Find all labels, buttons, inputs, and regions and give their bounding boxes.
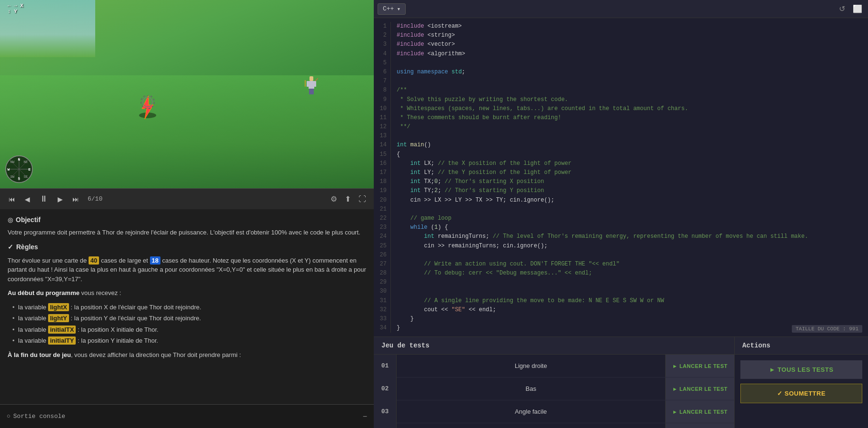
var-initialtx: initialTX — [48, 326, 76, 334]
share-icon[interactable]: ⬆ — [343, 193, 353, 205]
test-num-03: 03 — [374, 400, 397, 423]
end-turn-bold: À la fin du tour de jeu — [8, 351, 71, 358]
highlight-18: 18 — [150, 256, 160, 265]
svg-rect-6 — [307, 81, 309, 87]
language-label: C++ — [383, 5, 394, 12]
language-selector[interactable]: C++ ▾ — [378, 3, 406, 15]
maximize-button[interactable]: ⬜ — [851, 2, 864, 15]
test-name-01: Ligne droite — [397, 362, 665, 369]
objective-text: Votre programme doit permettre à Thor de… — [8, 228, 366, 237]
launch-test-01-button[interactable]: ► LANCER LE TEST — [665, 355, 734, 377]
svg-rect-4 — [309, 76, 313, 81]
submit-label: ✓ SOUMETTRE — [777, 390, 826, 397]
rules-section-title: ✓ Règles — [8, 242, 366, 252]
thor-character — [305, 76, 318, 95]
console-area: ○ Sortie console − — [0, 404, 374, 428]
skip-to-end-button[interactable]: ⏭ — [70, 194, 82, 205]
svg-text:N: N — [18, 157, 20, 162]
list-item-initiatty: la variable initialTY : la position Y in… — [12, 336, 366, 346]
list-item-lightx: la variable lightX : la position X de l'… — [12, 303, 366, 312]
test-num-02: 02 — [374, 377, 397, 400]
variables-list: la variable lightX : la position X de l'… — [8, 303, 366, 346]
test-row-02: 02 Bas ► LANCER LE TEST — [374, 377, 734, 400]
left-panel: N S W E NW NE SW SE ← → X ↕ Y ⏮ ◀ ⏸ ▶ ⏭ — [0, 0, 374, 428]
actions-content: ► TOUS LES TESTS ✓ SOUMETTRE — [735, 355, 868, 409]
frame-counter: 6/10 — [88, 195, 102, 203]
rules-text2: cases de large et — [99, 257, 150, 264]
svg-text:SW: SW — [10, 175, 15, 179]
right-panel: C++ ▾ ↺ ⬜ 12345 678910 1112131415 161718… — [374, 0, 868, 428]
highlight-40: 40 — [89, 256, 99, 265]
actions-header: Actions — [735, 337, 868, 355]
objective-title: Objectif — [16, 215, 40, 225]
console-icon: ○ — [7, 413, 10, 420]
svg-text:NE: NE — [24, 160, 28, 164]
test-row-03: 03 Angle facile ► LANCER LE TEST — [374, 400, 734, 423]
console-label: Sortie console — [13, 413, 65, 420]
run-all-tests-button[interactable]: ► TOUS LES TESTS — [740, 360, 862, 379]
svg-rect-5 — [309, 81, 314, 89]
test-name-03: Angle facile — [397, 408, 665, 415]
list-item-initialtx: la variable initialTX : la position X in… — [12, 325, 366, 335]
rules-chevron-icon: ✓ — [8, 242, 13, 252]
launch-test-04-button[interactable]: ► LANCER LE TEST — [665, 423, 734, 428]
test-num-04: 04 — [374, 423, 397, 428]
code-content-area[interactable]: 12345 678910 1112131415 1617181920 21222… — [374, 18, 868, 336]
lang-dropdown-icon: ▾ — [397, 5, 400, 13]
rules-beginning: Au début du programme vous recevez : — [8, 288, 366, 298]
var-lighty: lightY — [48, 314, 69, 322]
code-lines[interactable]: #include <iostream> #include <string> #i… — [391, 22, 868, 333]
game-viewport: N S W E NW NE SW SE ← → X ↕ Y — [0, 0, 374, 188]
launch-test-03-button[interactable]: ► LANCER LE TEST — [665, 400, 734, 423]
line-numbers: 12345 678910 1112131415 1617181920 21222… — [374, 22, 391, 333]
svg-text:W: W — [8, 167, 10, 172]
svg-text:E: E — [29, 167, 31, 172]
var-lightx: lightX — [48, 303, 69, 311]
svg-line-10 — [315, 78, 318, 81]
compass-icon: N S W E NW NE SW SE — [5, 155, 33, 183]
lightning-bolt-icon — [138, 95, 157, 119]
svg-rect-8 — [309, 89, 311, 94]
bold-text-beginning: Au début du programme — [8, 289, 80, 296]
settings-icon[interactable]: ⚙ — [329, 193, 339, 205]
test-row-01: 01 Ligne droite ► LANCER LE TEST — [374, 355, 734, 377]
test-row-04: 04 Angle optimal ► LANCER LE TEST — [374, 423, 734, 428]
code-size-badge: TAILLE DU CODE : 991 — [792, 325, 862, 333]
test-panel: Jeu de tests 01 Ligne droite ► LANCER LE… — [374, 337, 735, 428]
svg-text:SE: SE — [24, 175, 28, 179]
step-back-button[interactable]: ◀ — [22, 194, 33, 205]
objective-section: ◎ Objectif — [8, 215, 366, 225]
refresh-button[interactable]: ↺ — [837, 2, 847, 15]
svg-rect-7 — [314, 81, 316, 87]
run-all-label: ► TOUS LES TESTS — [769, 366, 834, 373]
svg-rect-9 — [311, 89, 314, 94]
console-close-button[interactable]: − — [363, 412, 367, 421]
actions-panel: Actions ► TOUS LES TESTS ✓ SOUMETTRE — [735, 337, 868, 428]
test-list: 01 Ligne droite ► LANCER LE TEST 02 Bas … — [374, 355, 734, 428]
submit-button[interactable]: ✓ SOUMETTRE — [740, 384, 862, 403]
description-area: ◎ Objectif Votre programme doit permettr… — [0, 209, 374, 404]
var-initialTY: initialTY — [48, 336, 76, 345]
svg-text:NW: NW — [10, 160, 15, 164]
rules-text-receive: vous recevez : — [80, 289, 121, 296]
list-item-lighty: la variable lightY : la position Y de l'… — [12, 314, 366, 323]
code-editor: C++ ▾ ↺ ⬜ 12345 678910 1112131415 161718… — [374, 0, 868, 336]
rules-text1: Thor évolue sur une carte de — [8, 257, 89, 264]
launch-test-02-button[interactable]: ► LANCER LE TEST — [665, 377, 734, 400]
step-forward-button[interactable]: ▶ — [55, 194, 66, 205]
end-turn-detail: , vous devez afficher la direction que T… — [71, 351, 241, 358]
svg-rect-11 — [305, 80, 306, 87]
end-turn-text: À la fin du tour de jeu, vous devez affi… — [8, 350, 366, 360]
bottom-section: Jeu de tests 01 Ligne droite ► LANCER LE… — [374, 336, 868, 428]
fullscreen-icon[interactable]: ⛶ — [357, 193, 368, 205]
console-title: ○ Sortie console — [7, 413, 65, 420]
test-name-02: Bas — [397, 385, 665, 392]
test-num-01: 01 — [374, 355, 397, 377]
media-controls: ⏮ ◀ ⏸ ▶ ⏭ 6/10 ⚙ ⬆ ⛶ — [0, 188, 374, 209]
rules-title-label: Règles — [16, 242, 38, 252]
test-panel-header: Jeu de tests — [374, 337, 734, 355]
pause-button[interactable]: ⏸ — [37, 192, 51, 206]
skip-to-start-button[interactable]: ⏮ — [6, 194, 18, 205]
svg-text:S: S — [18, 176, 20, 181]
objective-icon: ◎ — [8, 215, 13, 225]
